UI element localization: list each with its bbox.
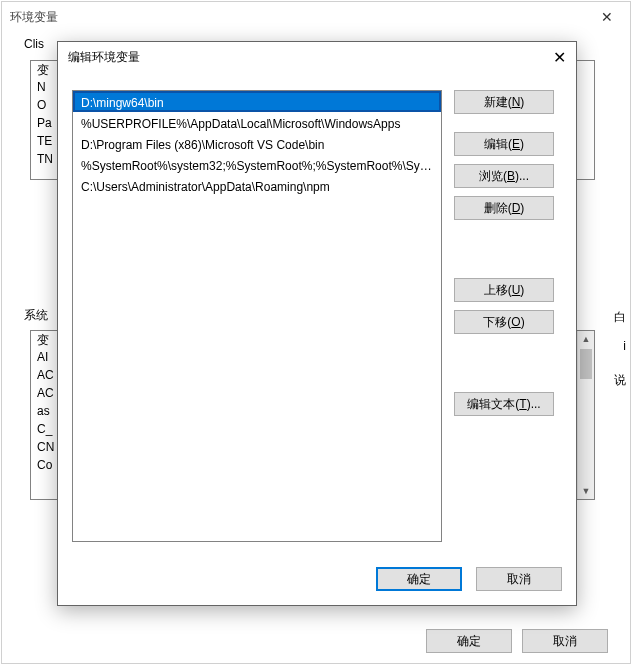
scroll-down-icon[interactable]: ▼: [578, 483, 594, 499]
clipped-text: 白: [614, 309, 626, 326]
close-icon[interactable]: ✕: [592, 9, 622, 25]
edit-button[interactable]: 编辑(E): [454, 132, 554, 156]
scrollbar[interactable]: ▲ ▼: [577, 331, 594, 499]
clipped-text: 说: [614, 372, 626, 389]
scroll-up-icon[interactable]: ▲: [578, 331, 594, 347]
scroll-thumb[interactable]: [580, 349, 592, 379]
outer-title: 环境变量: [10, 9, 58, 26]
move-up-button[interactable]: 上移(U): [454, 278, 554, 302]
path-row[interactable]: %USERPROFILE%\AppData\Local\Microsoft\Wi…: [73, 112, 441, 133]
path-row[interactable]: D:\mingw64\bin: [73, 91, 441, 112]
new-button[interactable]: 新建(N): [454, 90, 554, 114]
close-icon[interactable]: ✕: [536, 48, 566, 67]
move-down-button[interactable]: 下移(O): [454, 310, 554, 334]
path-row[interactable]: C:\Users\Administrator\AppData\Roaming\n…: [73, 175, 441, 196]
path-row[interactable]: %SystemRoot%\system32;%SystemRoot%;%Syst…: [73, 154, 441, 175]
inner-title: 编辑环境变量: [68, 49, 140, 66]
delete-button[interactable]: 删除(D): [454, 196, 554, 220]
outer-titlebar: 环境变量 ✕: [2, 2, 630, 32]
side-buttons: 新建(N) 编辑(E) 浏览(B)... 删除(D) 上移(U) 下移(O) 编…: [454, 90, 554, 424]
browse-button[interactable]: 浏览(B)...: [454, 164, 554, 188]
edit-env-dialog: 编辑环境变量 ✕ D:\mingw64\bin %USERPROFILE%\Ap…: [57, 41, 577, 606]
inner-ok-button[interactable]: 确定: [376, 567, 462, 591]
user-vars-label: Clis: [22, 37, 46, 51]
clipped-text: i: [623, 339, 626, 353]
outer-ok-button[interactable]: 确定: [426, 629, 512, 653]
edit-text-button[interactable]: 编辑文本(T)...: [454, 392, 554, 416]
path-row[interactable]: D:\Program Files (x86)\Microsoft VS Code…: [73, 133, 441, 154]
outer-cancel-button[interactable]: 取消: [522, 629, 608, 653]
outer-footer-buttons: 确定 取消: [426, 629, 608, 653]
inner-titlebar: 编辑环境变量 ✕: [58, 42, 576, 72]
inner-body: D:\mingw64\bin %USERPROFILE%\AppData\Loc…: [72, 90, 562, 591]
path-list[interactable]: D:\mingw64\bin %USERPROFILE%\AppData\Loc…: [72, 90, 442, 542]
inner-footer: 确定 取消: [376, 567, 562, 591]
system-vars-label: 系统: [22, 307, 50, 324]
inner-cancel-button[interactable]: 取消: [476, 567, 562, 591]
